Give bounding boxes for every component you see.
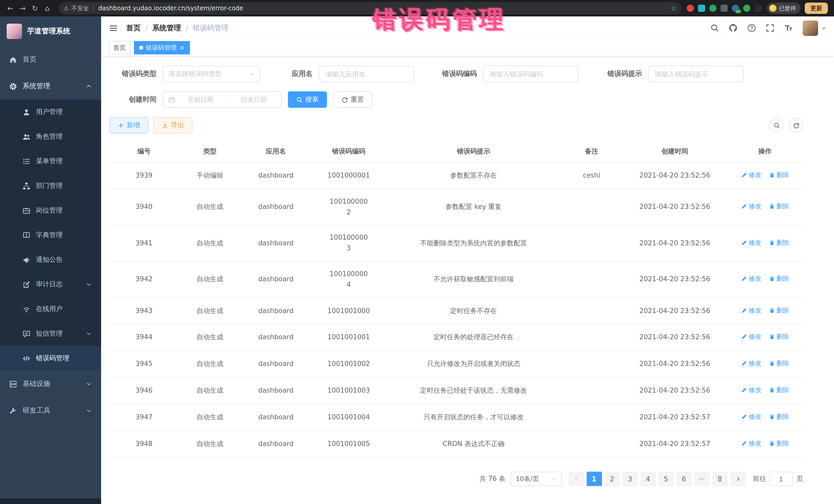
extension-icon[interactable] bbox=[687, 5, 694, 12]
edit-link[interactable]: 修改 bbox=[741, 274, 761, 284]
extension-icon[interactable] bbox=[721, 5, 728, 12]
help-question-icon[interactable] bbox=[747, 24, 756, 32]
page-button[interactable]: 2 bbox=[604, 472, 620, 486]
breadcrumb-item[interactable]: 首页 bbox=[126, 23, 140, 32]
table-row: 3940自动生成dashboard100100000 2参数配置 key 重复2… bbox=[109, 189, 803, 225]
github-icon[interactable] bbox=[729, 24, 738, 32]
search-icon[interactable] bbox=[710, 24, 719, 32]
sidebar-item-role-management[interactable]: 角色管理 bbox=[0, 124, 101, 149]
extensions-area: on bbox=[687, 5, 762, 12]
tag-home[interactable]: 首页 bbox=[108, 41, 131, 54]
edit-link[interactable]: 修改 bbox=[741, 412, 761, 422]
app-name-input[interactable] bbox=[319, 66, 414, 82]
refresh-table-button[interactable] bbox=[789, 118, 803, 132]
profile-paused-chip[interactable]: 已暂停 bbox=[767, 3, 800, 14]
sidebar-item-system-management[interactable]: 系统管理 bbox=[0, 73, 101, 100]
extension-icon[interactable] bbox=[754, 5, 762, 12]
app-header: 首页 / 系统管理 / 错误码管理 bbox=[101, 17, 834, 40]
delete-link[interactable]: 删除 bbox=[769, 438, 789, 448]
logo-row[interactable]: 芋道管理系统 bbox=[0, 17, 101, 46]
sidebar-item-menu-management[interactable]: 菜单管理 bbox=[0, 149, 101, 174]
edit-link[interactable]: 修改 bbox=[741, 170, 761, 180]
bookmark-star-icon[interactable]: ☆ bbox=[671, 4, 676, 12]
page-size-select[interactable]: 10条/页 bbox=[511, 472, 562, 486]
edit-link[interactable]: 修改 bbox=[741, 332, 761, 342]
sidebar-item-audit-log[interactable]: 审计日志 bbox=[0, 272, 101, 297]
sidebar-item-dict-management[interactable]: 字典管理 bbox=[0, 223, 101, 247]
extension-icon[interactable]: on bbox=[732, 5, 739, 12]
browser-update-button[interactable]: 更新 bbox=[805, 3, 828, 14]
edit-link[interactable]: 修改 bbox=[741, 438, 761, 448]
fullscreen-icon[interactable] bbox=[766, 24, 774, 32]
edit-link[interactable]: 修改 bbox=[741, 238, 761, 248]
sidebar-item-error-code-management[interactable]: 错误码管理 bbox=[0, 346, 101, 371]
search-button[interactable]: 搜索 bbox=[288, 91, 327, 108]
delete-link[interactable]: 删除 bbox=[769, 332, 789, 342]
filter-label-app: 应用名 bbox=[279, 69, 319, 79]
sidebar-item-online-users[interactable]: 在线用户 bbox=[0, 297, 101, 321]
prev-page-button[interactable] bbox=[568, 472, 584, 486]
table-toolbar: 新增 导出 bbox=[109, 117, 803, 133]
tag-error-code-management[interactable]: 错误码管理 × bbox=[134, 41, 190, 54]
page-button[interactable]: 6 bbox=[676, 472, 692, 486]
sidebar-item-infrastructure[interactable]: 基础设施 bbox=[0, 371, 101, 397]
forward-icon[interactable]: → bbox=[17, 4, 29, 12]
delete-link[interactable]: 删除 bbox=[769, 305, 789, 315]
page-button[interactable]: 3 bbox=[622, 472, 638, 486]
edit-link[interactable]: 修改 bbox=[741, 305, 761, 315]
chevron-down-icon bbox=[821, 25, 826, 30]
extension-icon[interactable] bbox=[743, 5, 750, 12]
wrench-icon bbox=[9, 407, 17, 414]
delete-link[interactable]: 删除 bbox=[769, 170, 789, 180]
add-button[interactable]: 新增 bbox=[109, 117, 148, 133]
next-page-button[interactable] bbox=[730, 472, 745, 486]
sidebar-item-dept-management[interactable]: 部门管理 bbox=[0, 174, 101, 198]
delete-link[interactable]: 删除 bbox=[769, 201, 789, 212]
font-size-icon[interactable] bbox=[784, 24, 793, 32]
home-icon[interactable]: ⌂ bbox=[41, 4, 53, 12]
delete-link[interactable]: 删除 bbox=[769, 238, 789, 248]
column-header: 编号 bbox=[109, 140, 179, 162]
plus-icon bbox=[117, 122, 124, 129]
toggle-search-button[interactable] bbox=[769, 118, 784, 132]
extension-icon[interactable] bbox=[709, 5, 717, 12]
page-button[interactable]: 8 bbox=[712, 472, 727, 486]
page-button[interactable]: 1 bbox=[586, 472, 602, 486]
address-bar[interactable]: ⚠ 不安全 dashboard.yudao.iocoder.cn/system/… bbox=[59, 2, 682, 14]
delete-link[interactable]: 删除 bbox=[769, 385, 789, 395]
page-button[interactable]: 4 bbox=[640, 472, 656, 486]
sidebar-item-post-management[interactable]: 岗位管理 bbox=[0, 198, 101, 223]
delete-link[interactable]: 删除 bbox=[769, 358, 789, 369]
tag-close-icon[interactable]: × bbox=[180, 44, 185, 51]
delete-link[interactable]: 删除 bbox=[769, 412, 789, 422]
export-button[interactable]: 导出 bbox=[153, 117, 193, 133]
sidebar-item-user-management[interactable]: 用户管理 bbox=[0, 100, 101, 124]
sidebar-item-sms-management[interactable]: 短信管理 bbox=[0, 321, 101, 346]
breadcrumb-item[interactable]: 系统管理 bbox=[152, 23, 181, 32]
edit-link[interactable]: 修改 bbox=[741, 385, 761, 395]
page-button[interactable]: 5 bbox=[658, 472, 674, 486]
sidebar-item-home[interactable]: 首页 bbox=[0, 46, 101, 73]
tag-active-dot bbox=[139, 46, 143, 50]
edit-link[interactable]: 修改 bbox=[741, 201, 761, 212]
back-icon[interactable]: ← bbox=[4, 4, 17, 12]
edit-link[interactable]: 修改 bbox=[741, 358, 761, 369]
page-ellipsis[interactable]: ··· bbox=[694, 472, 709, 486]
breadcrumb: 首页 / 系统管理 / 错误码管理 bbox=[126, 23, 229, 32]
delete-link[interactable]: 删除 bbox=[769, 274, 789, 284]
error-type-select[interactable]: 请选择错误码类型 bbox=[163, 66, 260, 82]
sidebar-item-label: 错误码管理 bbox=[36, 354, 69, 363]
error-hint-input[interactable] bbox=[648, 66, 744, 82]
pencil-icon bbox=[741, 334, 747, 340]
error-code-input[interactable] bbox=[483, 66, 578, 82]
sidebar-item-dev-tools[interactable]: 研发工具 bbox=[0, 397, 101, 424]
reset-button-label: 重置 bbox=[351, 95, 364, 104]
page-goto-input[interactable] bbox=[769, 472, 793, 486]
user-avatar-menu[interactable] bbox=[803, 20, 826, 36]
reload-icon[interactable]: ↻ bbox=[29, 4, 41, 12]
hamburger-icon[interactable] bbox=[109, 23, 118, 32]
extension-icon[interactable] bbox=[698, 5, 705, 12]
reset-button[interactable]: 重置 bbox=[333, 91, 372, 108]
create-time-range-picker[interactable]: 开始日期 - 结束日期 bbox=[163, 91, 282, 108]
sidebar-item-notice[interactable]: 通知公告 bbox=[0, 247, 101, 272]
